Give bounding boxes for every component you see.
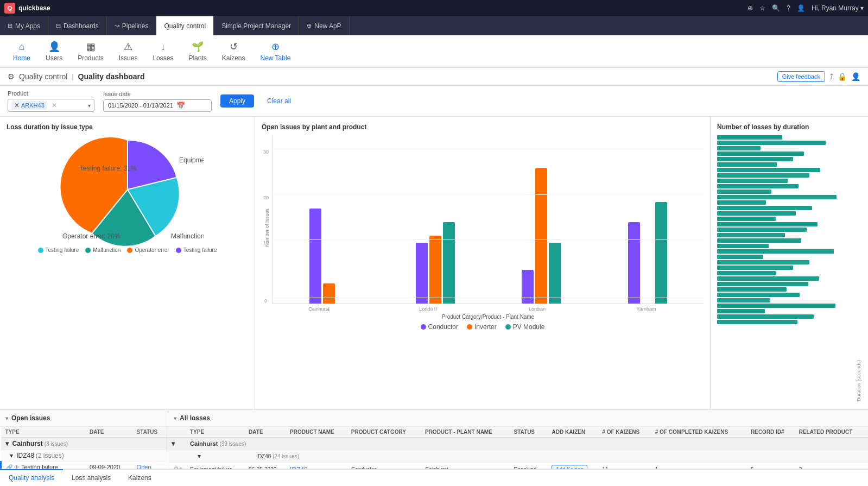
profile-action-icon[interactable]: 👤: [851, 72, 860, 81]
new-app-icon: ⊕: [307, 22, 312, 29]
star-icon[interactable]: ☆: [759, 4, 765, 12]
tab-kaizens[interactable]: Kaizens: [119, 469, 160, 485]
date-filter-label: Issue date: [103, 91, 212, 97]
products-icon: ▦: [86, 41, 96, 53]
x-label-yarnham: Yarnham: [600, 306, 693, 312]
loss-related-1: 2: [796, 463, 868, 469]
bar-londo-inverter: [429, 236, 441, 304]
nav-plants[interactable]: 🌱 Plants: [182, 37, 213, 65]
logo-text: quickbase: [18, 4, 50, 12]
bar-x-axis-label: Product Catgory/Product - Plant Name: [273, 314, 704, 320]
legend-dot-inverter: [467, 324, 472, 330]
col-plant-name-header: PRODUCT - PLANT NAME: [422, 427, 511, 438]
expand-idz48-losses[interactable]: ▾: [198, 452, 201, 460]
tab-pipelines[interactable]: ↝ Pipelines: [107, 16, 157, 35]
home-icon: ⌂: [19, 41, 25, 53]
top-actions: ⊕ ☆ 🔍 ? 👤 Hi, Ryan Murray ▾: [747, 4, 864, 12]
bar-londo-conductor: [416, 243, 428, 304]
col-completed-header: # OF COMPLETED KAIZENS: [652, 427, 747, 438]
nav-new-table[interactable]: ⊕ New Table: [254, 37, 297, 65]
all-losses-header: ▾ All losses: [168, 410, 868, 427]
give-feedback-button[interactable]: Give feedback: [777, 71, 825, 82]
tag-remove-icon[interactable]: ✕: [14, 102, 20, 109]
profile-icon[interactable]: 👤: [797, 4, 805, 12]
bar-chart-section: Open issues by plant and product Number …: [255, 117, 711, 409]
search-icon[interactable]: 🔍: [772, 4, 780, 12]
tab-dashboards[interactable]: ⊟ Dashboards: [48, 16, 107, 35]
nav-losses-label: Losses: [153, 54, 173, 62]
my-apps-icon: ⊞: [8, 22, 12, 29]
product-tag-input[interactable]: ✕ ARKH43 ✕ ▾: [8, 99, 94, 112]
tag-clear-icon[interactable]: ✕: [52, 102, 57, 109]
nav-losses[interactable]: ↓ Losses: [146, 38, 180, 65]
loss-product-1: Conductor: [348, 463, 422, 469]
col-date: DATE: [85, 427, 132, 438]
lock-icon[interactable]: 🔒: [838, 72, 847, 81]
col-status-header: STATUS: [511, 427, 549, 438]
tab-quality-analysis[interactable]: Quality analysis: [0, 469, 63, 485]
breadcrumb-subtitle: Quality dashboard: [78, 72, 145, 81]
nav-home[interactable]: ⌂ Home: [7, 38, 37, 65]
col-type-header: TYPE: [187, 427, 245, 438]
add-kaizen-btn-1[interactable]: Add Kaizen: [552, 465, 587, 469]
date-range-input[interactable]: 01/15/2020 - 01/13/2021 📅: [103, 99, 212, 112]
all-losses-panel: ▾ All losses TYPE DATE PRODUCT NAME PROD…: [168, 410, 868, 469]
calendar-icon[interactable]: 📅: [176, 102, 185, 110]
duration-bars-container: [717, 135, 854, 401]
tab-simple-project[interactable]: Simple Project Manager: [214, 16, 299, 35]
breadcrumb-actions: Give feedback ⤴ 🔒 👤: [777, 71, 860, 82]
tab-my-apps[interactable]: ⊞ My Apps: [0, 16, 48, 35]
tab-quality-control[interactable]: Quality control: [156, 16, 214, 35]
apply-button[interactable]: Apply: [220, 94, 254, 108]
open-issues-title: Open issues: [11, 414, 50, 422]
product-dropdown-arrow[interactable]: ▾: [88, 103, 91, 109]
expand-cainhurst[interactable]: ▾: [172, 440, 175, 447]
col-status: STATUS: [132, 427, 168, 438]
open-issues-header: ▾ Open issues: [0, 410, 168, 427]
top-bar: Q quickbase ⊕ ☆ 🔍 ? 👤 Hi, Ryan Murray ▾: [0, 0, 868, 16]
nav-plants-label: Plants: [188, 54, 206, 62]
table-row: ▾ IDZ48 (24 issues): [168, 450, 868, 463]
filters-bar: Product ✕ ARKH43 ✕ ▾ Issue date 01/15/20…: [0, 86, 868, 117]
svg-text:Malfunction: 22%: Malfunction: 22%: [171, 232, 204, 240]
tab-loss-analysis[interactable]: Loss analysis: [63, 469, 119, 485]
col-type: TYPE: [1, 427, 85, 438]
svg-text:Testing failure: 31%: Testing failure: 31%: [80, 165, 137, 172]
tab-simple-project-label: Simple Project Manager: [221, 22, 291, 30]
issue-status: Open: [132, 462, 168, 469]
settings-icon[interactable]: ⚙: [8, 72, 15, 81]
chevron-idz48[interactable]: ▾: [10, 452, 13, 459]
nav-issues[interactable]: ⚠ Issues: [112, 37, 144, 65]
user-greeting[interactable]: Hi, Ryan Murray ▾: [812, 4, 864, 12]
bar-yarnham-conductor: [628, 222, 640, 304]
nav-products[interactable]: ▦ Products: [71, 37, 110, 65]
open-issues-panel: ▾ Open issues TYPE DATE STATUS: [0, 410, 168, 469]
nav-kaizens[interactable]: ↺ Kaizens: [216, 37, 252, 65]
tab-new-app-label: New ApP: [314, 22, 341, 30]
logo-icon: Q: [4, 3, 15, 14]
legend-conductor: Conductor: [421, 323, 458, 331]
product-filter: Product ✕ ARKH43 ✕ ▾: [8, 90, 94, 112]
date-range-value: 01/15/2020 - 01/13/2021: [108, 102, 173, 109]
clear-all-button[interactable]: Clear all: [263, 94, 295, 108]
all-losses-chevron[interactable]: ▾: [174, 415, 176, 421]
help-icon[interactable]: ?: [787, 4, 790, 12]
chevron-cainhurst[interactable]: ▾: [5, 440, 9, 447]
table-row: ▾ Cainhurst (39 issues): [168, 438, 868, 450]
add-icon[interactable]: ⊕: [747, 4, 753, 12]
nav-issues-label: Issues: [119, 54, 138, 62]
app-logo[interactable]: Q quickbase: [4, 3, 50, 14]
nav-home-label: Home: [13, 54, 30, 62]
tab-new-app[interactable]: ⊕ New ApP: [299, 16, 349, 35]
tab-quality-control-label: Quality control: [164, 22, 206, 30]
col-date-header: DATE: [245, 427, 287, 438]
loss-record-1: 5: [747, 463, 796, 469]
share-icon[interactable]: ⤴: [829, 72, 833, 81]
loss-status-1: Resolved: [511, 463, 549, 469]
open-issues-chevron[interactable]: ▾: [5, 415, 8, 421]
loss-date-1: 06-25-2020: [245, 463, 287, 469]
nav-users[interactable]: 👤 Users: [39, 37, 69, 65]
plants-icon: 🌱: [192, 41, 204, 53]
legend-pv-label: PV Module: [513, 323, 545, 331]
group-cainhurst-losses: Cainhurst (39 issues): [187, 438, 868, 450]
